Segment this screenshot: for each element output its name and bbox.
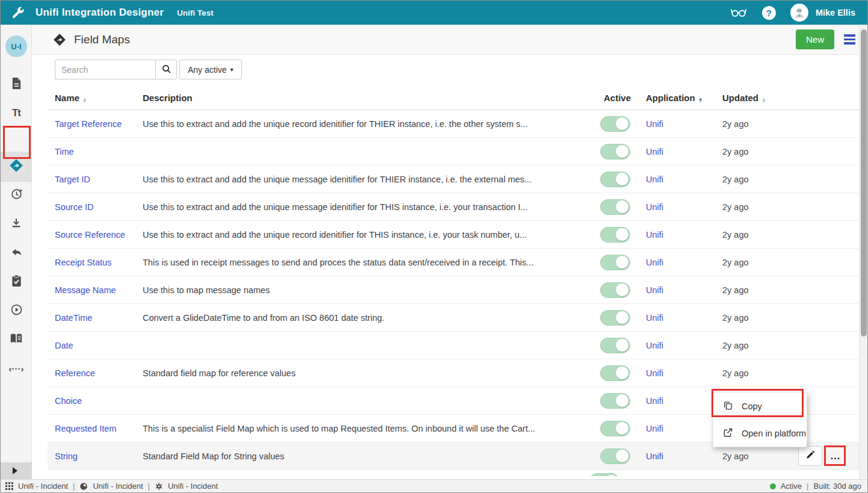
user-name[interactable]: Mike Ellis	[816, 8, 855, 17]
active-toggle[interactable]	[600, 144, 630, 160]
edit-button[interactable]	[798, 446, 822, 466]
search-icon	[161, 64, 172, 76]
menu-item-open-in-platform[interactable]: Open in platform	[713, 420, 807, 447]
row-application-link[interactable]: Unifi	[646, 119, 663, 129]
row-name-link[interactable]: String	[55, 451, 78, 461]
clipboard-check-icon	[11, 274, 22, 290]
more-actions-button[interactable]: ...	[825, 447, 846, 465]
hamburger-menu-icon[interactable]	[844, 34, 855, 45]
sidebar-item-download[interactable]	[1, 209, 32, 238]
wrench-icon	[11, 6, 25, 19]
row-updated: 2y ago	[722, 341, 783, 350]
row-application-link[interactable]: Unifi	[646, 341, 663, 350]
sidebar-item-tasks[interactable]	[1, 267, 32, 296]
column-header-updated[interactable]: Updated▲▼	[722, 93, 783, 104]
avatar[interactable]	[790, 4, 808, 22]
row-name-link[interactable]: DateTime	[55, 313, 92, 323]
active-toggle[interactable]	[600, 172, 630, 187]
sidebar-expand-button[interactable]	[1, 462, 32, 479]
active-toggle[interactable]	[600, 282, 630, 298]
glasses-icon[interactable]	[730, 4, 748, 22]
connection-label[interactable]: Unifi - Incident	[18, 482, 68, 491]
table-row[interactable]: Receipt Status This is used in receipt m…	[48, 249, 859, 276]
active-toggle[interactable]	[589, 473, 619, 476]
reply-arrow-icon	[10, 246, 23, 261]
row-description: Use this to extract and add the unique r…	[143, 230, 600, 240]
table-row[interactable]: Message Name Use this to map message nam…	[48, 276, 859, 304]
vertical-scrollbar[interactable]	[859, 25, 867, 479]
sidebar-item-run[interactable]	[1, 296, 32, 325]
new-button[interactable]: New	[796, 29, 834, 49]
row-description: Use this to map message names	[143, 285, 600, 295]
row-name-link[interactable]: Receipt Status	[55, 258, 111, 267]
table-row[interactable]: Date Unifi 2y ago ...	[48, 332, 859, 359]
active-toggle[interactable]	[600, 116, 630, 132]
environment-name[interactable]: Unifi Test	[177, 8, 214, 17]
column-header-application[interactable]: Application▲▼	[646, 93, 722, 104]
sidebar-item-field-maps[interactable]	[1, 152, 32, 182]
row-application-link[interactable]: Unifi	[646, 424, 663, 433]
toggle-knob	[616, 367, 628, 379]
scrollbar-thumb[interactable]	[861, 29, 867, 336]
row-application-link[interactable]: Unifi	[646, 285, 663, 295]
row-name-link[interactable]: Reference	[55, 368, 95, 378]
table-row[interactable]: DateTime Convert a GlideDateTime to and …	[48, 304, 859, 332]
active-toggle[interactable]	[600, 227, 630, 243]
row-application-link[interactable]: Unifi	[646, 396, 663, 406]
sidebar-item-text[interactable]: Tt	[1, 99, 32, 128]
active-filter-dropdown[interactable]: Any active ▾	[179, 60, 242, 79]
search-input[interactable]	[55, 60, 155, 79]
row-name-link[interactable]: Target Reference	[55, 119, 122, 129]
row-name-link[interactable]: Message Name	[55, 285, 116, 295]
row-application-link[interactable]: Unifi	[646, 175, 663, 184]
row-name-link[interactable]: Date	[55, 341, 73, 350]
table-row[interactable]: Source ID Use this to extract and add th…	[48, 193, 859, 221]
status-label: Active	[781, 482, 802, 491]
search-button[interactable]	[155, 60, 177, 79]
table-header-row: Name▲▼ Description Active Application▲▼ …	[48, 86, 859, 110]
sidebar-item-code[interactable]: ‹···›	[1, 354, 32, 383]
row-updated: 2y ago	[722, 175, 783, 184]
table-row[interactable]: Reference Standard field map for referen…	[48, 359, 859, 387]
table-row[interactable]: Target ID Use this to extract and add th…	[48, 166, 859, 193]
row-name-link[interactable]: Source ID	[55, 202, 93, 212]
table-row[interactable]: Source Reference Use this to extract and…	[48, 221, 859, 249]
top-bar: Unifi Integration Designer Unifi Test ? …	[1, 1, 867, 25]
row-updated: 2y ago	[722, 230, 783, 240]
sidebar-item-document[interactable]	[1, 70, 32, 99]
table-row[interactable]: Target Reference Use this to extract and…	[48, 110, 859, 138]
sidebar-item-docs[interactable]	[1, 325, 32, 354]
row-name-link[interactable]: Choice	[55, 396, 82, 406]
active-toggle[interactable]	[600, 365, 630, 381]
sidebar-item-history[interactable]	[1, 181, 32, 209]
table-row[interactable]: Time Unifi 2y ago ...	[48, 138, 859, 166]
active-toggle[interactable]	[600, 338, 630, 353]
row-name-link[interactable]: Source Reference	[55, 230, 125, 240]
active-toggle[interactable]	[600, 255, 630, 270]
row-application-link[interactable]: Unifi	[646, 451, 663, 461]
row-application-link[interactable]: Unifi	[646, 202, 663, 212]
sidebar-item-reply[interactable]	[1, 238, 32, 267]
active-toggle[interactable]	[600, 393, 630, 409]
code-icon: ‹···›	[9, 364, 24, 374]
row-application-link[interactable]: Unifi	[646, 368, 663, 378]
active-toggle[interactable]	[600, 448, 630, 464]
active-toggle[interactable]	[600, 421, 630, 436]
column-header-name[interactable]: Name▲▼	[48, 93, 143, 104]
menu-item-copy[interactable]: Copy	[713, 392, 807, 420]
active-toggle[interactable]	[600, 310, 630, 326]
row-name-link[interactable]: Requested Item	[55, 424, 116, 433]
row-application-link[interactable]: Unifi	[646, 147, 663, 157]
connection-label[interactable]: Unifi - Incident	[93, 482, 143, 491]
help-icon[interactable]: ?	[762, 6, 776, 20]
row-name-link[interactable]: Time	[55, 147, 74, 157]
active-toggle[interactable]	[600, 199, 630, 215]
row-application-link[interactable]: Unifi	[646, 313, 663, 323]
row-description: Use this to extract and add the unique m…	[143, 175, 600, 184]
row-application-link[interactable]: Unifi	[646, 230, 663, 240]
row-application-link[interactable]: Unifi	[646, 258, 663, 267]
toggle-knob	[616, 311, 628, 324]
connection-label[interactable]: Unifi - Incident	[168, 482, 218, 491]
row-name-link[interactable]: Target ID	[55, 175, 90, 184]
sidebar-profile-badge[interactable]: U-I	[5, 36, 27, 57]
